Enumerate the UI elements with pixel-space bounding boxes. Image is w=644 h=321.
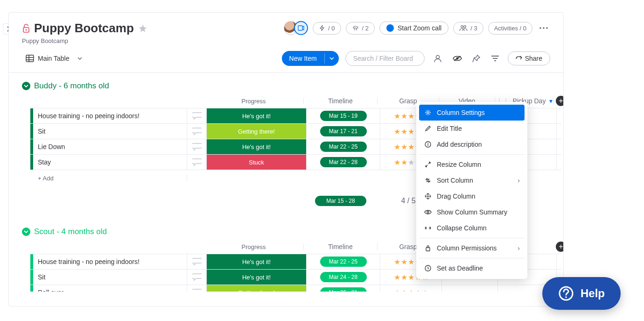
col-head-timeline[interactable]: Timeline: [304, 97, 378, 105]
star-icon: ★: [394, 158, 400, 167]
menu-item-resize-column[interactable]: Resize Column: [419, 157, 525, 172]
search-input[interactable]: [345, 51, 425, 66]
add-item-button[interactable]: + Add: [33, 175, 187, 182]
share-button[interactable]: Share: [508, 51, 550, 65]
task-name-cell[interactable]: Roll over: [33, 285, 187, 292]
group-title[interactable]: Buddy - 6 months old: [34, 81, 109, 91]
menu-item-label: Resize Column: [437, 161, 481, 168]
menu-item-label: Collapse Column: [437, 224, 487, 232]
task-name-cell[interactable]: Sit: [33, 270, 187, 285]
new-item-button[interactable]: New Item: [282, 51, 339, 66]
progress-cell[interactable]: He's got it!: [207, 139, 307, 154]
conversation-button[interactable]: [187, 285, 207, 292]
zoom-label: Start Zoom call: [398, 24, 441, 32]
menu-item-column-settings[interactable]: Column Settings: [419, 105, 525, 121]
menu-item-column-permissions[interactable]: Column Permissions›: [419, 240, 525, 256]
progress-cell[interactable]: He's got it!: [207, 270, 307, 285]
timeline-cell[interactable]: Mar 22 - 25: [307, 139, 380, 154]
help-icon: [558, 285, 574, 301]
svg-point-1: [26, 29, 27, 30]
pin-icon[interactable]: [470, 52, 483, 64]
help-button[interactable]: Help: [542, 277, 621, 310]
col-head-progress[interactable]: Progress: [204, 243, 304, 250]
star-icon: ★: [401, 127, 407, 136]
video-cell[interactable]: [442, 285, 498, 292]
start-zoom-button[interactable]: Start Zoom call: [379, 21, 448, 35]
bolt-icon: [319, 25, 325, 31]
new-item-chevron[interactable]: [324, 53, 339, 64]
menu-item-add-description[interactable]: Add description: [419, 136, 525, 152]
chevron-down-icon[interactable]: ▾: [549, 97, 553, 105]
favorite-star-icon[interactable]: [138, 23, 148, 34]
eye-icon: [424, 209, 432, 215]
task-name-cell[interactable]: Lie Down: [33, 139, 187, 154]
task-name-cell[interactable]: Sit: [33, 124, 187, 139]
group-title[interactable]: Scout - 4 months old: [34, 227, 107, 236]
zoom-icon: [386, 24, 394, 32]
menu-item-set-as-deadline[interactable]: Set as Deadline: [419, 260, 525, 276]
progress-cell[interactable]: Getting there!: [207, 124, 307, 139]
person-filter-icon[interactable]: [431, 52, 444, 65]
people-pill[interactable]: / 3: [453, 22, 483, 35]
progress-cell[interactable]: Stuck: [207, 155, 307, 170]
svg-point-7: [546, 27, 548, 29]
conversation-button[interactable]: [187, 124, 207, 139]
timeline-cell[interactable]: Mar 26 - 31: [307, 285, 380, 292]
task-name-cell[interactable]: House training - no peeing indoors!: [33, 254, 187, 269]
col-head-timeline[interactable]: Timeline: [304, 243, 378, 250]
col-head-progress[interactable]: Progress: [204, 98, 304, 105]
conversation-button[interactable]: [187, 139, 207, 154]
timeline-cell[interactable]: Mar 22 - 28: [307, 155, 380, 170]
conversation-button[interactable]: [187, 108, 207, 123]
group-collapse-button[interactable]: [22, 228, 30, 236]
group-collapse-button[interactable]: [22, 82, 30, 90]
lock-icon: [424, 245, 432, 251]
star-icon: ★: [408, 143, 414, 151]
progress-cell[interactable]: He's got it!: [207, 108, 307, 123]
menu-item-label: Drag Column: [437, 193, 475, 200]
timeline-cell[interactable]: Mar 24 - 28: [307, 270, 380, 285]
integrations-count: / 2: [362, 25, 369, 32]
task-name-cell[interactable]: House training - no peeing indoors!: [33, 108, 187, 123]
svg-point-6: [543, 27, 545, 29]
task-name-cell[interactable]: Stay: [33, 155, 187, 170]
automations-pill[interactable]: / 0: [313, 22, 341, 35]
hidden-columns-icon[interactable]: [451, 53, 464, 64]
svg-point-4: [464, 26, 466, 28]
sort-icon: [424, 177, 432, 184]
filter-icon[interactable]: [489, 53, 501, 64]
avatar-badge-icon[interactable]: [294, 21, 308, 35]
star-icon: ★: [401, 158, 407, 167]
breadcrumb: Puppy Bootcamp: [9, 37, 563, 44]
conversation-button[interactable]: [187, 270, 207, 285]
menu-item-show-column-summary[interactable]: Show Column Summary: [419, 204, 525, 220]
table-row: Roll overGetting there!Mar 26 - 31★★★★★: [30, 285, 561, 292]
star-icon: ★: [408, 257, 414, 266]
add-column-button[interactable]: +: [556, 242, 563, 252]
integrations-pill[interactable]: / 2: [346, 22, 375, 35]
conversation-button[interactable]: [187, 155, 207, 170]
activities-pill[interactable]: Activities / 0: [488, 22, 532, 35]
star-icon: ★: [422, 288, 428, 292]
star-icon: ★: [401, 257, 407, 266]
column-context-menu: Column SettingsEdit TitleAdd description…: [416, 102, 527, 279]
timeline-cell[interactable]: Mar 15 - 19: [307, 108, 380, 123]
grasp-rating-cell[interactable]: ★★★★★: [380, 285, 442, 292]
progress-cell[interactable]: Getting there!: [207, 285, 307, 292]
star-icon: ★: [415, 288, 421, 292]
progress-cell[interactable]: He's got it!: [207, 254, 307, 269]
help-label: Help: [581, 287, 605, 300]
menu-item-sort-column[interactable]: Sort Column›: [419, 172, 525, 188]
chevron-right-icon: ›: [518, 177, 520, 184]
conversation-button[interactable]: [187, 254, 207, 269]
menu-separator: [419, 154, 525, 155]
menu-item-collapse-column[interactable]: Collapse Column: [419, 220, 525, 236]
menu-item-edit-title[interactable]: Edit Title: [419, 121, 525, 136]
star-icon: ★: [401, 273, 407, 282]
add-column-button[interactable]: +: [556, 96, 563, 106]
board-menu-button[interactable]: [537, 25, 550, 31]
menu-item-drag-column[interactable]: Drag Column: [419, 188, 525, 204]
view-switcher[interactable]: Main Table: [22, 52, 86, 65]
timeline-cell[interactable]: Mar 17 - 21: [307, 124, 380, 139]
timeline-cell[interactable]: Mar 22 - 25: [307, 254, 380, 269]
